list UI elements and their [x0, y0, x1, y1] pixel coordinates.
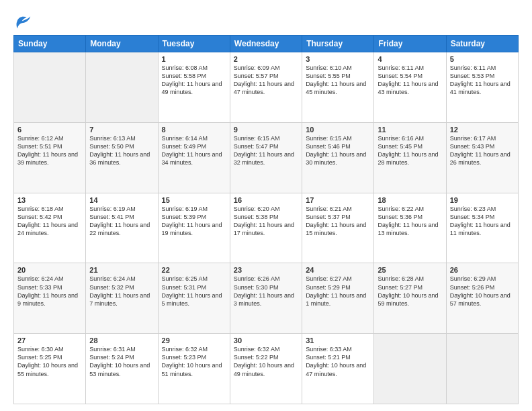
day-info: Sunrise: 6:14 AM — [162, 134, 226, 142]
week-row-4: 20Sunrise: 6:24 AMSunset: 5:33 PMDayligh… — [14, 263, 519, 334]
day-info: Sunset: 5:54 PM — [378, 72, 442, 80]
header-cell-thursday: Thursday — [302, 36, 374, 52]
page: SundayMondayTuesdayWednesdayThursdayFrid… — [0, 0, 532, 411]
day-info: Sunset: 5:36 PM — [378, 213, 442, 221]
day-info: Sunrise: 6:23 AM — [450, 205, 515, 213]
day-cell: 15Sunrise: 6:19 AMSunset: 5:39 PMDayligh… — [158, 193, 230, 263]
day-number: 2 — [234, 55, 298, 63]
day-info: Sunset: 5:53 PM — [450, 72, 515, 80]
day-number: 28 — [89, 336, 154, 345]
day-info: Sunset: 5:45 PM — [378, 142, 442, 150]
day-info: Sunset: 5:57 PM — [234, 72, 298, 80]
day-number: 25 — [378, 266, 442, 274]
day-info: Sunrise: 6:22 AM — [378, 205, 442, 213]
day-info: Sunset: 5:43 PM — [450, 142, 515, 150]
day-info: Sunrise: 6:28 AM — [378, 275, 442, 283]
day-info: Sunrise: 6:30 AM — [17, 345, 82, 353]
day-info: Daylight: 11 hours and 3 minutes. — [234, 291, 298, 308]
day-number: 23 — [234, 266, 298, 274]
day-info: Sunrise: 6:19 AM — [89, 205, 154, 213]
day-number: 18 — [378, 196, 442, 204]
day-info: Sunset: 5:30 PM — [234, 283, 298, 291]
day-info: Sunset: 5:25 PM — [17, 353, 82, 361]
day-info: Daylight: 11 hours and 22 minutes. — [89, 221, 154, 237]
day-cell: 16Sunrise: 6:20 AMSunset: 5:38 PMDayligh… — [230, 193, 302, 263]
day-number: 1 — [162, 55, 226, 63]
day-number: 10 — [306, 126, 370, 134]
day-info: Daylight: 11 hours and 41 minutes. — [450, 80, 515, 96]
day-info: Daylight: 11 hours and 7 minutes. — [89, 291, 154, 308]
day-info: Daylight: 11 hours and 9 minutes. — [17, 291, 82, 308]
day-number: 21 — [89, 266, 154, 274]
day-cell: 26Sunrise: 6:29 AMSunset: 5:26 PMDayligh… — [446, 263, 518, 334]
day-cell: 27Sunrise: 6:30 AMSunset: 5:25 PMDayligh… — [14, 334, 86, 404]
day-number: 27 — [17, 336, 82, 345]
day-cell: 4Sunrise: 6:11 AMSunset: 5:54 PMDaylight… — [374, 52, 446, 123]
day-cell: 14Sunrise: 6:19 AMSunset: 5:41 PMDayligh… — [86, 193, 158, 263]
day-info: Daylight: 11 hours and 17 minutes. — [234, 221, 298, 237]
day-cell: 18Sunrise: 6:22 AMSunset: 5:36 PMDayligh… — [374, 193, 446, 263]
day-info: Sunrise: 6:21 AM — [306, 205, 370, 213]
day-info: Sunrise: 6:20 AM — [234, 205, 298, 213]
day-info: Sunrise: 6:16 AM — [378, 134, 442, 142]
day-info: Sunset: 5:29 PM — [306, 283, 370, 291]
day-info: Daylight: 10 hours and 55 minutes. — [17, 361, 82, 377]
day-number: 11 — [378, 126, 442, 134]
day-info: Sunset: 5:22 PM — [234, 353, 298, 361]
logo-icon — [13, 11, 32, 30]
day-info: Daylight: 11 hours and 49 minutes. — [162, 80, 226, 96]
day-info: Sunrise: 6:32 AM — [234, 345, 298, 353]
day-info: Sunset: 5:58 PM — [162, 72, 226, 80]
day-number: 14 — [89, 196, 154, 204]
day-info: Daylight: 11 hours and 36 minutes. — [89, 150, 154, 167]
header-cell-friday: Friday — [374, 36, 446, 52]
day-cell — [446, 334, 518, 404]
day-number: 12 — [450, 126, 515, 134]
day-info: Daylight: 10 hours and 47 minutes. — [306, 361, 370, 377]
day-cell: 20Sunrise: 6:24 AMSunset: 5:33 PMDayligh… — [14, 263, 86, 334]
header-cell-wednesday: Wednesday — [230, 36, 302, 52]
week-row-5: 27Sunrise: 6:30 AMSunset: 5:25 PMDayligh… — [14, 334, 519, 404]
day-cell: 22Sunrise: 6:25 AMSunset: 5:31 PMDayligh… — [158, 263, 230, 334]
day-info: Sunrise: 6:19 AM — [162, 205, 226, 213]
day-info: Sunset: 5:34 PM — [450, 213, 515, 221]
day-cell: 28Sunrise: 6:31 AMSunset: 5:24 PMDayligh… — [86, 334, 158, 404]
day-info: Sunset: 5:32 PM — [89, 283, 154, 291]
day-number: 15 — [162, 196, 226, 204]
day-cell: 23Sunrise: 6:26 AMSunset: 5:30 PMDayligh… — [230, 263, 302, 334]
day-cell: 13Sunrise: 6:18 AMSunset: 5:42 PMDayligh… — [14, 193, 86, 263]
day-number: 22 — [162, 266, 226, 274]
header-cell-saturday: Saturday — [446, 36, 518, 52]
day-number: 6 — [17, 126, 82, 134]
header-row: SundayMondayTuesdayWednesdayThursdayFrid… — [14, 36, 519, 52]
day-number: 19 — [450, 196, 515, 204]
day-info: Sunrise: 6:25 AM — [162, 275, 226, 283]
day-info: Sunset: 5:55 PM — [306, 72, 370, 80]
day-info: Daylight: 10 hours and 49 minutes. — [234, 361, 298, 377]
day-info: Sunset: 5:23 PM — [162, 353, 226, 361]
day-info: Sunrise: 6:29 AM — [450, 275, 515, 283]
day-info: Sunset: 5:21 PM — [306, 353, 370, 361]
day-cell: 2Sunrise: 6:09 AMSunset: 5:57 PMDaylight… — [230, 52, 302, 123]
day-cell — [14, 52, 86, 123]
day-cell: 25Sunrise: 6:28 AMSunset: 5:27 PMDayligh… — [374, 263, 446, 334]
day-cell: 11Sunrise: 6:16 AMSunset: 5:45 PMDayligh… — [374, 122, 446, 193]
day-cell: 31Sunrise: 6:33 AMSunset: 5:21 PMDayligh… — [302, 334, 374, 404]
day-number: 4 — [378, 55, 442, 63]
day-info: Sunset: 5:50 PM — [89, 142, 154, 150]
day-info: Daylight: 10 hours and 57 minutes. — [450, 291, 515, 308]
header-cell-monday: Monday — [86, 36, 158, 52]
day-info: Sunset: 5:38 PM — [234, 213, 298, 221]
day-cell — [374, 334, 446, 404]
day-info: Daylight: 11 hours and 1 minute. — [306, 291, 370, 308]
week-row-2: 6Sunrise: 6:12 AMSunset: 5:51 PMDaylight… — [14, 122, 519, 193]
day-info: Sunset: 5:37 PM — [306, 213, 370, 221]
day-cell: 9Sunrise: 6:15 AMSunset: 5:47 PMDaylight… — [230, 122, 302, 193]
day-info: Sunset: 5:27 PM — [378, 283, 442, 291]
day-info: Daylight: 11 hours and 24 minutes. — [17, 221, 82, 237]
day-info: Sunset: 5:51 PM — [17, 142, 82, 150]
day-info: Daylight: 11 hours and 26 minutes. — [450, 150, 515, 167]
day-cell: 6Sunrise: 6:12 AMSunset: 5:51 PMDaylight… — [14, 122, 86, 193]
day-info: Daylight: 11 hours and 34 minutes. — [162, 150, 226, 167]
day-info: Daylight: 11 hours and 43 minutes. — [378, 80, 442, 96]
